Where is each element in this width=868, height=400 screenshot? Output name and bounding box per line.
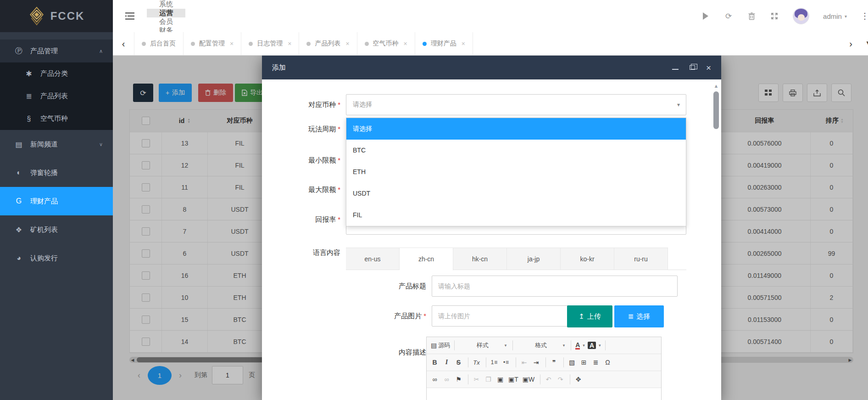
italic-button[interactable]: I▾ [442,356,453,368]
separator[interactable]: ▾ [540,374,540,384]
format-combo[interactable]: 格式▾ [516,339,568,351]
rich-text-editor: ▤源码▾ ▾ 样式▾ ▾ 格式▾ [426,337,662,400]
anchor-button[interactable]: ⚑▾ [454,373,465,385]
undo-button[interactable]: ↶▾ [544,373,555,385]
paste-word-button[interactable]: ▣W▾ [522,373,537,385]
sidebar-item[interactable]: ▤ 新闻频道 ∨ [0,130,113,158]
sidebar-item[interactable]: ❖ 矿机列表 [0,215,113,244]
currency-select[interactable]: 请选择 ▾ [346,94,686,115]
user-avatar[interactable] [793,8,809,24]
strike-button[interactable]: S▾ [454,356,465,368]
close-icon[interactable]: × [462,40,465,47]
language-tab[interactable]: hk-cn [453,248,507,270]
hr-button[interactable]: ≣▾ [591,356,602,368]
blockquote-button[interactable]: ❞▾ [549,356,560,368]
restore-icon[interactable] [690,65,695,70]
tabs-scroll-right[interactable]: › [849,32,852,56]
topnav-item[interactable]: 系统 [147,0,185,9]
close-icon[interactable]: × [230,40,234,47]
separator[interactable]: ▾ [605,340,606,350]
field-label: 产品图片 [394,312,422,320]
sidebar-item[interactable]: G 理财产品 [0,187,113,215]
dropdown-option[interactable]: 请选择 [346,118,686,140]
remove-format-button[interactable]: Tx▾ [472,356,483,368]
tab[interactable]: 后台首页 × [134,32,184,55]
tab[interactable]: 配置管理 × [184,32,241,55]
language-tab[interactable]: en-us [346,248,400,270]
bold-button[interactable]: B▾ [430,356,441,368]
close-icon[interactable]: × [288,40,291,47]
sidebar-item[interactable]: § 空气币种 [0,107,113,130]
refresh-icon[interactable]: ⟳ [724,11,733,21]
user-menu[interactable]: admin ▾ [823,12,847,20]
sidebar-item[interactable]: ≣ 产品列表 [0,85,113,107]
ordered-list-button[interactable]: 1≡▾ [490,356,501,368]
separator[interactable]: ▾ [571,340,571,350]
separator[interactable]: ▾ [563,357,564,367]
minimize-icon[interactable] [672,69,679,70]
paste-button[interactable]: ▣▾ [495,373,506,385]
text-color-button[interactable]: A▾ [574,339,586,351]
sidebar-item[interactable]: ✱ 产品分类 [0,62,113,85]
dropdown-option[interactable]: ETH [346,161,686,183]
play-icon[interactable] [701,11,710,21]
close-icon[interactable]: × [345,40,349,47]
language-tab[interactable]: ko-kr [561,248,614,270]
tabs-scroll-left[interactable]: ‹ [113,32,134,55]
unordered-list-button[interactable]: •≡▾ [501,356,512,368]
maximize-button[interactable]: ✥▾ [573,373,584,385]
bg-color-button[interactable]: A▾ [587,339,602,351]
tab[interactable]: 产品列表 × [299,32,357,55]
product-title-input[interactable] [432,276,678,297]
scrollbar-thumb[interactable] [713,91,719,129]
paste-text-button[interactable]: ▣T▾ [507,373,521,385]
choose-button[interactable]: ≣ 选择 [614,305,664,327]
dropdown-option[interactable]: USDT [346,183,686,204]
outdent-button[interactable]: ⇤▾ [519,356,530,368]
scroll-up-icon[interactable]: ▲ [712,83,720,89]
close-icon[interactable]: × [706,63,711,72]
copy-button[interactable]: ❐▾ [484,373,495,385]
separator[interactable]: ▾ [468,374,468,384]
topnav-item[interactable]: 会员 [147,17,185,26]
separator[interactable]: ▾ [545,357,546,367]
separator[interactable]: ▾ [512,340,513,350]
tabs-menu-icon[interactable]: ▾ [866,39,868,47]
redo-button[interactable]: ↷▾ [556,373,567,385]
link-button[interactable]: ∞▾ [430,373,441,385]
sidebar-item[interactable]: ◐ 弹窗轮播 [0,158,113,187]
source-button[interactable]: ▤源码▾ [430,339,451,351]
sidebar-item[interactable]: ◕ 认购发行 [0,244,113,272]
image-button[interactable]: ▧▾ [567,356,578,368]
separator[interactable]: ▾ [486,357,486,367]
sidebar-toggle-icon[interactable] [113,0,147,32]
upload-button[interactable]: ↥ 上传 [567,305,612,327]
sidebar-item[interactable]: Ⓟ 产品管理 ∧ [0,39,113,62]
language-tab[interactable]: ru-ru [614,248,668,270]
close-icon[interactable]: × [404,40,407,47]
language-tab[interactable]: ja-jp [507,248,561,270]
separator[interactable]: ▾ [570,374,570,384]
dropdown-option[interactable]: FIL [346,204,686,226]
more-menu-icon[interactable]: ⋮ [861,11,868,21]
topnav-item[interactable]: 运营 [147,9,185,17]
separator[interactable]: ▾ [468,357,468,367]
unlink-button[interactable]: ∞▾ [442,373,453,385]
separator[interactable]: ▾ [516,357,516,367]
fullscreen-icon[interactable] [770,11,779,21]
indent-button[interactable]: ⇥▾ [531,356,542,368]
tab[interactable]: 空气币种 × [357,32,415,55]
tab[interactable]: 日志管理 × [241,32,299,55]
tab[interactable]: 理财产品 × [415,32,473,55]
product-image-input[interactable] [432,305,573,327]
styles-combo[interactable]: 样式▾ [458,339,509,351]
editor-content-area[interactable] [427,388,661,400]
special-char-button[interactable]: Ω▾ [603,356,614,368]
separator[interactable]: ▾ [454,340,455,350]
dropdown-option[interactable]: BTC [346,140,686,161]
trash-icon[interactable] [747,11,756,21]
table-button[interactable]: ⊞▾ [579,356,590,368]
cut-button[interactable]: ✂▾ [472,373,483,385]
language-tab[interactable]: zh-cn [400,248,453,270]
modal-scrollbar[interactable]: ▲ [712,83,720,397]
